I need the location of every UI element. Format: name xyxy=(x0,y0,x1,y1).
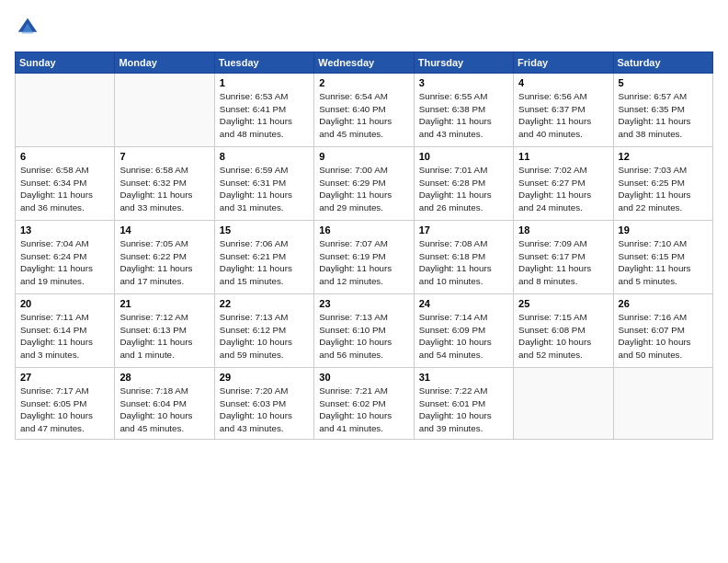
day-info: Sunrise: 7:17 AM Sunset: 6:05 PM Dayligh… xyxy=(20,385,109,435)
day-number: 12 xyxy=(619,151,708,162)
calendar-cell: 31Sunrise: 7:22 AM Sunset: 6:01 PM Dayli… xyxy=(414,368,513,440)
day-number: 25 xyxy=(518,298,608,309)
day-number: 30 xyxy=(319,372,408,383)
calendar-cell: 13Sunrise: 7:04 AM Sunset: 6:24 PM Dayli… xyxy=(16,221,115,294)
day-number: 4 xyxy=(518,77,608,88)
day-info: Sunrise: 6:54 AM Sunset: 6:40 PM Dayligh… xyxy=(319,90,408,141)
day-info: Sunrise: 7:13 AM Sunset: 6:10 PM Dayligh… xyxy=(319,311,408,362)
week-row-2: 6Sunrise: 6:58 AM Sunset: 6:34 PM Daylig… xyxy=(16,147,713,221)
day-info: Sunrise: 7:04 AM Sunset: 6:24 PM Dayligh… xyxy=(20,237,109,288)
day-info: Sunrise: 6:58 AM Sunset: 6:34 PM Dayligh… xyxy=(20,164,109,214)
calendar-cell: 9Sunrise: 7:00 AM Sunset: 6:29 PM Daylig… xyxy=(314,147,414,221)
day-info: Sunrise: 7:14 AM Sunset: 6:09 PM Dayligh… xyxy=(419,311,508,362)
week-row-3: 13Sunrise: 7:04 AM Sunset: 6:24 PM Dayli… xyxy=(16,221,713,294)
calendar-cell: 21Sunrise: 7:12 AM Sunset: 6:13 PM Dayli… xyxy=(115,294,214,368)
header-thursday: Thursday xyxy=(414,52,513,74)
day-info: Sunrise: 7:06 AM Sunset: 6:21 PM Dayligh… xyxy=(220,237,309,288)
day-info: Sunrise: 7:13 AM Sunset: 6:12 PM Dayligh… xyxy=(220,311,309,362)
header-friday: Friday xyxy=(514,52,613,74)
day-number: 16 xyxy=(319,224,408,236)
calendar-cell: 5Sunrise: 6:57 AM Sunset: 6:35 PM Daylig… xyxy=(613,74,712,147)
day-number: 20 xyxy=(20,298,109,309)
day-info: Sunrise: 6:53 AM Sunset: 6:41 PM Dayligh… xyxy=(220,90,309,141)
calendar-cell: 29Sunrise: 7:20 AM Sunset: 6:03 PM Dayli… xyxy=(214,368,313,440)
day-number: 10 xyxy=(419,151,508,162)
header-tuesday: Tuesday xyxy=(214,52,313,74)
calendar-cell xyxy=(613,368,712,440)
header-sunday: Sunday xyxy=(16,52,115,74)
day-number: 3 xyxy=(419,77,508,88)
calendar-cell: 3Sunrise: 6:55 AM Sunset: 6:38 PM Daylig… xyxy=(414,74,513,147)
day-info: Sunrise: 7:22 AM Sunset: 6:01 PM Dayligh… xyxy=(419,385,508,435)
day-number: 31 xyxy=(419,372,508,383)
day-info: Sunrise: 7:07 AM Sunset: 6:19 PM Dayligh… xyxy=(319,237,408,288)
calendar-cell: 18Sunrise: 7:09 AM Sunset: 6:17 PM Dayli… xyxy=(514,221,613,294)
day-number: 23 xyxy=(319,298,408,309)
day-info: Sunrise: 7:15 AM Sunset: 6:08 PM Dayligh… xyxy=(518,311,608,362)
logo-icon xyxy=(15,15,40,40)
header-wednesday: Wednesday xyxy=(314,52,414,74)
day-number: 26 xyxy=(619,298,708,309)
calendar-cell: 16Sunrise: 7:07 AM Sunset: 6:19 PM Dayli… xyxy=(314,221,414,294)
day-info: Sunrise: 6:56 AM Sunset: 6:37 PM Dayligh… xyxy=(518,90,608,141)
day-number: 2 xyxy=(319,77,408,88)
calendar-cell: 15Sunrise: 7:06 AM Sunset: 6:21 PM Dayli… xyxy=(214,221,313,294)
day-number: 21 xyxy=(119,298,209,309)
calendar-cell: 1Sunrise: 6:53 AM Sunset: 6:41 PM Daylig… xyxy=(214,74,313,147)
day-info: Sunrise: 7:02 AM Sunset: 6:27 PM Dayligh… xyxy=(518,164,608,214)
calendar-cell: 2Sunrise: 6:54 AM Sunset: 6:40 PM Daylig… xyxy=(314,74,414,147)
calendar-cell: 25Sunrise: 7:15 AM Sunset: 6:08 PM Dayli… xyxy=(514,294,613,368)
day-number: 29 xyxy=(220,372,309,383)
calendar-cell: 28Sunrise: 7:18 AM Sunset: 6:04 PM Dayli… xyxy=(115,368,214,440)
day-info: Sunrise: 7:00 AM Sunset: 6:29 PM Dayligh… xyxy=(319,164,408,214)
logo xyxy=(15,15,44,40)
day-number: 19 xyxy=(619,224,708,236)
day-number: 18 xyxy=(518,224,608,236)
day-info: Sunrise: 7:05 AM Sunset: 6:22 PM Dayligh… xyxy=(119,237,209,288)
day-info: Sunrise: 7:20 AM Sunset: 6:03 PM Dayligh… xyxy=(220,385,309,435)
day-info: Sunrise: 6:55 AM Sunset: 6:38 PM Dayligh… xyxy=(419,90,508,141)
day-info: Sunrise: 7:11 AM Sunset: 6:14 PM Dayligh… xyxy=(20,311,109,362)
calendar-cell: 12Sunrise: 7:03 AM Sunset: 6:25 PM Dayli… xyxy=(613,147,712,221)
day-info: Sunrise: 7:10 AM Sunset: 6:15 PM Dayligh… xyxy=(619,237,708,288)
day-number: 7 xyxy=(119,151,209,162)
calendar-cell: 7Sunrise: 6:58 AM Sunset: 6:32 PM Daylig… xyxy=(115,147,214,221)
day-info: Sunrise: 7:09 AM Sunset: 6:17 PM Dayligh… xyxy=(518,237,608,288)
day-number: 24 xyxy=(419,298,508,309)
calendar-cell xyxy=(115,74,214,147)
calendar-cell: 10Sunrise: 7:01 AM Sunset: 6:28 PM Dayli… xyxy=(414,147,513,221)
day-number: 11 xyxy=(518,151,608,162)
week-row-5: 27Sunrise: 7:17 AM Sunset: 6:05 PM Dayli… xyxy=(16,368,713,440)
day-number: 1 xyxy=(220,77,309,88)
day-number: 8 xyxy=(220,151,309,162)
calendar-cell: 23Sunrise: 7:13 AM Sunset: 6:10 PM Dayli… xyxy=(314,294,414,368)
day-number: 6 xyxy=(20,151,109,162)
day-info: Sunrise: 7:01 AM Sunset: 6:28 PM Dayligh… xyxy=(419,164,508,214)
week-row-1: 1Sunrise: 6:53 AM Sunset: 6:41 PM Daylig… xyxy=(16,74,713,147)
calendar-cell: 11Sunrise: 7:02 AM Sunset: 6:27 PM Dayli… xyxy=(514,147,613,221)
day-number: 5 xyxy=(619,77,708,88)
day-info: Sunrise: 7:21 AM Sunset: 6:02 PM Dayligh… xyxy=(319,385,408,435)
day-number: 15 xyxy=(220,224,309,236)
calendar-header-row: SundayMondayTuesdayWednesdayThursdayFrid… xyxy=(16,52,713,74)
day-info: Sunrise: 6:59 AM Sunset: 6:31 PM Dayligh… xyxy=(220,164,309,214)
day-info: Sunrise: 6:57 AM Sunset: 6:35 PM Dayligh… xyxy=(619,90,708,141)
calendar-cell: 20Sunrise: 7:11 AM Sunset: 6:14 PM Dayli… xyxy=(16,294,115,368)
day-info: Sunrise: 7:03 AM Sunset: 6:25 PM Dayligh… xyxy=(619,164,708,214)
calendar-cell: 14Sunrise: 7:05 AM Sunset: 6:22 PM Dayli… xyxy=(115,221,214,294)
day-info: Sunrise: 6:58 AM Sunset: 6:32 PM Dayligh… xyxy=(119,164,209,214)
day-number: 27 xyxy=(20,372,109,383)
calendar-cell: 6Sunrise: 6:58 AM Sunset: 6:34 PM Daylig… xyxy=(16,147,115,221)
day-info: Sunrise: 7:08 AM Sunset: 6:18 PM Dayligh… xyxy=(419,237,508,288)
calendar-cell: 26Sunrise: 7:16 AM Sunset: 6:07 PM Dayli… xyxy=(613,294,712,368)
week-row-4: 20Sunrise: 7:11 AM Sunset: 6:14 PM Dayli… xyxy=(16,294,713,368)
calendar-cell xyxy=(16,74,115,147)
calendar-cell: 8Sunrise: 6:59 AM Sunset: 6:31 PM Daylig… xyxy=(214,147,313,221)
calendar-cell xyxy=(514,368,613,440)
header-saturday: Saturday xyxy=(613,52,712,74)
calendar-cell: 22Sunrise: 7:13 AM Sunset: 6:12 PM Dayli… xyxy=(214,294,313,368)
day-number: 17 xyxy=(419,224,508,236)
day-info: Sunrise: 7:18 AM Sunset: 6:04 PM Dayligh… xyxy=(119,385,209,435)
calendar-table: SundayMondayTuesdayWednesdayThursdayFrid… xyxy=(15,52,713,440)
day-number: 9 xyxy=(319,151,408,162)
